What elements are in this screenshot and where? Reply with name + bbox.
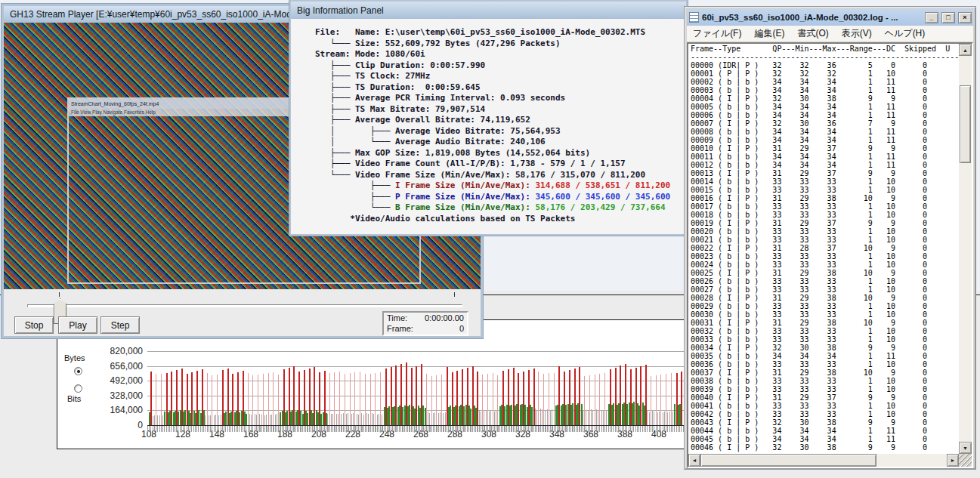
bar-b-frame: [433, 413, 434, 425]
bar-b-frame: [550, 410, 551, 425]
bar-b-frame: [346, 414, 347, 425]
bar-b-frame: [341, 414, 342, 425]
info-line: └─── Video Frame Size (Min/Ave/Max): 58,…: [315, 170, 686, 181]
bar-i-frame: [161, 374, 162, 425]
y-axis-label: 0: [79, 420, 143, 430]
bar-i-frame: [431, 376, 432, 425]
bar-b-frame: [652, 411, 653, 425]
y-axis-label: 820,000: [79, 346, 143, 356]
menu-item-4[interactable]: ヘルプ(H): [885, 27, 926, 40]
bar-b-frame: [331, 414, 332, 425]
bar-b-frame: [440, 412, 441, 425]
bar-b-frame: [598, 411, 598, 425]
log-vscroll-thumb[interactable]: [960, 85, 971, 163]
bar-b-frame: [373, 414, 374, 425]
seek-tick-end: [454, 292, 455, 297]
bar-i-frame: [660, 375, 661, 425]
bar-i-frame: [207, 373, 208, 425]
info-panel-title: Big Information Panel: [297, 5, 384, 16]
bar-b-frame: [372, 413, 373, 425]
bar-i-frame: [538, 372, 539, 425]
step-button[interactable]: Step: [100, 316, 140, 334]
bar-i-frame: [370, 374, 371, 425]
bar-b-frame: [494, 412, 495, 425]
info-line: ├─── TS Clock: 27MHz: [315, 71, 686, 82]
bar-b-frame: [259, 414, 260, 425]
time-value: 0:00:00.00: [425, 313, 464, 323]
bar-i-frame: [329, 373, 330, 425]
bar-b-frame: [667, 412, 668, 425]
bar-i-frame: [339, 372, 340, 425]
log-hscroll-thumb[interactable]: [700, 454, 876, 467]
bar-b-frame: [255, 414, 255, 425]
bar-i-frame: [656, 375, 657, 425]
bar-i-frame: [263, 374, 264, 425]
log-window-title: 60i_pv53_ss60_iso1000_iA-Mode_00302.log …: [702, 13, 922, 22]
scroll-right-icon[interactable]: ►: [947, 454, 959, 467]
bar-b-frame: [154, 415, 155, 425]
bar-i-frame: [217, 375, 218, 425]
bar-b-frame: [654, 412, 654, 425]
log-window-titlebar[interactable]: 60i_pv53_ss60_iso1000_iA-Mode_00302.log …: [687, 9, 973, 26]
bar-b-frame: [663, 412, 663, 425]
bar-b-frame: [591, 409, 592, 425]
resize-grip-icon[interactable]: [959, 454, 972, 467]
bar-b-frame: [601, 411, 602, 425]
bar-b-frame: [210, 415, 211, 425]
info-line: Stream: Mode: 1080/60i: [315, 49, 686, 60]
bar-b-frame: [271, 415, 272, 425]
log-notepad-window: 60i_pv53_ss60_iso1000_iA-Mode_00302.log …: [684, 6, 976, 470]
bar-i-frame: [482, 375, 483, 425]
close-button[interactable]: ×: [958, 12, 972, 23]
maximize-button[interactable]: □: [941, 12, 955, 23]
bar-b-frame: [368, 414, 369, 425]
bar-i-frame: [334, 372, 335, 425]
bar-b-frame: [209, 415, 209, 425]
minimize-button[interactable]: _: [925, 12, 938, 23]
menu-item-0[interactable]: ファイル(F): [693, 27, 741, 40]
bar-i-frame: [350, 373, 351, 425]
bar-b-frame: [357, 414, 357, 425]
menu-item-1[interactable]: 編集(E): [754, 27, 784, 40]
stream-info-tree: File: Name: E:\user\temp\60i_pv53_ss60_i…: [291, 19, 686, 234]
bar-b-frame: [586, 410, 586, 425]
scroll-up-icon[interactable]: ▲: [959, 44, 972, 56]
menu-item-2[interactable]: 書式(O): [797, 27, 828, 40]
bar-b-frame: [218, 415, 219, 425]
bar-b-frame: [484, 410, 484, 425]
bar-b-frame: [336, 414, 337, 425]
bar-b-frame: [251, 415, 252, 425]
bar-i-frame: [156, 374, 156, 425]
log-menubar: ファイル(F)編集(E)書式(O)表示(V)ヘルプ(H): [687, 26, 973, 42]
menu-item-3[interactable]: 表示(V): [842, 27, 872, 40]
bar-i-frame: [268, 373, 269, 425]
bar-b-frame: [606, 411, 607, 425]
bar-b-frame: [603, 410, 604, 425]
scroll-left-icon[interactable]: ◄: [688, 454, 700, 467]
time-frame-readout: Time: 0:00:00.00 Frame: 0: [382, 311, 468, 336]
bar-b-frame: [490, 411, 491, 425]
bar-i-frame: [497, 375, 498, 425]
bar-i-frame: [380, 372, 381, 425]
info-line: │ ├─── Average Video Bitrate: 75,564,953: [315, 126, 686, 137]
bar-i-frame: [375, 373, 376, 425]
bar-b-frame: [542, 409, 543, 425]
bar-b-frame: [277, 414, 277, 425]
info-panel-titlebar[interactable]: Big Information Panel: [291, 2, 686, 19]
bar-b-frame: [358, 415, 359, 425]
bar-b-frame: [445, 412, 446, 425]
log-text[interactable]: Frame--Type QP---Min---Max---Range---DC …: [691, 45, 972, 452]
bar-i-frame: [436, 375, 437, 425]
seek-slider-track[interactable]: [27, 304, 462, 307]
log-text-area[interactable]: Frame--Type QP---Min---Max---Range---DC …: [687, 42, 973, 468]
play-button[interactable]: Play: [58, 316, 97, 334]
scroll-down-icon[interactable]: ▼: [959, 442, 972, 454]
log-vertical-scrollbar[interactable]: ▲ ▼: [959, 44, 972, 454]
bar-b-frame: [438, 413, 439, 425]
stop-button[interactable]: Stop: [14, 316, 54, 334]
bar-b-frame: [270, 415, 271, 425]
frame-tick-strip: [147, 426, 684, 432]
log-horizontal-scrollbar[interactable]: ◄ ►: [688, 454, 959, 467]
bar-b-frame: [592, 411, 593, 425]
info-line: ├─── Max GOP Size: 1,819,008 Bytes (14,5…: [315, 148, 686, 159]
